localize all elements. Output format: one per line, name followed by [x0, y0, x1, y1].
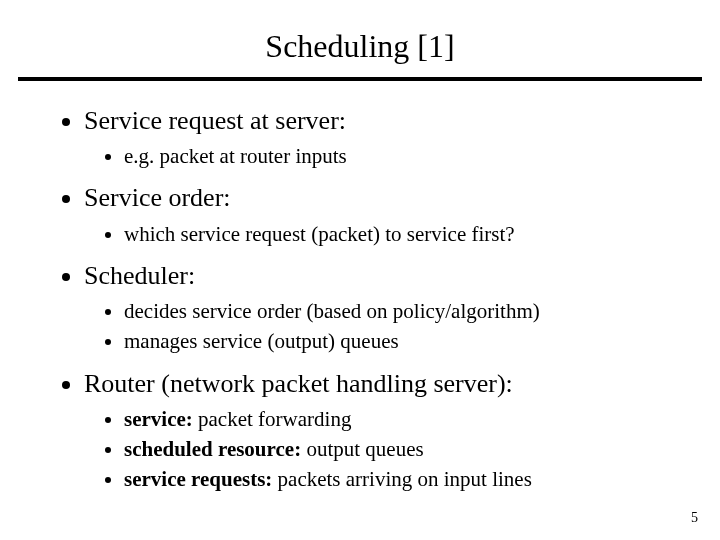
sub-bullet-rest: packet forwarding: [193, 407, 352, 431]
sub-list: e.g. packet at router inputs: [84, 142, 680, 170]
bullet-service-order: Service order: which service request (pa…: [84, 180, 680, 247]
slide-body: Service request at server: e.g. packet a…: [0, 81, 720, 494]
sub-list: decides service order (based on policy/a…: [84, 297, 680, 356]
sub-bullet: which service request (packet) to servic…: [124, 220, 680, 248]
bullet-scheduler: Scheduler: decides service order (based …: [84, 258, 680, 356]
bullet-text: Service order:: [84, 183, 231, 212]
sub-bullet-label: service:: [124, 407, 193, 431]
sub-bullet-label: scheduled resource:: [124, 437, 301, 461]
sub-bullet: manages service (output) queues: [124, 327, 680, 355]
sub-list: service: packet forwarding scheduled res…: [84, 405, 680, 494]
sub-bullet-rest: output queues: [301, 437, 423, 461]
slide: Scheduling [1] Service request at server…: [0, 0, 720, 540]
bullet-text: Router (network packet handling server):: [84, 369, 513, 398]
bullet-text: Service request at server:: [84, 106, 346, 135]
sub-bullet-requests: service requests: packets arriving on in…: [124, 465, 680, 493]
sub-bullet: decides service order (based on policy/a…: [124, 297, 680, 325]
sub-bullet-resource: scheduled resource: output queues: [124, 435, 680, 463]
bullet-text: Scheduler:: [84, 261, 195, 290]
sub-bullet-label: service requests:: [124, 467, 272, 491]
page-number: 5: [691, 510, 698, 526]
sub-bullet: e.g. packet at router inputs: [124, 142, 680, 170]
slide-title: Scheduling [1]: [0, 0, 720, 77]
sub-bullet-service: service: packet forwarding: [124, 405, 680, 433]
sub-bullet-rest: packets arriving on input lines: [272, 467, 532, 491]
bullet-list: Service request at server: e.g. packet a…: [40, 103, 680, 494]
bullet-service-request: Service request at server: e.g. packet a…: [84, 103, 680, 170]
sub-list: which service request (packet) to servic…: [84, 220, 680, 248]
bullet-router: Router (network packet handling server):…: [84, 366, 680, 494]
